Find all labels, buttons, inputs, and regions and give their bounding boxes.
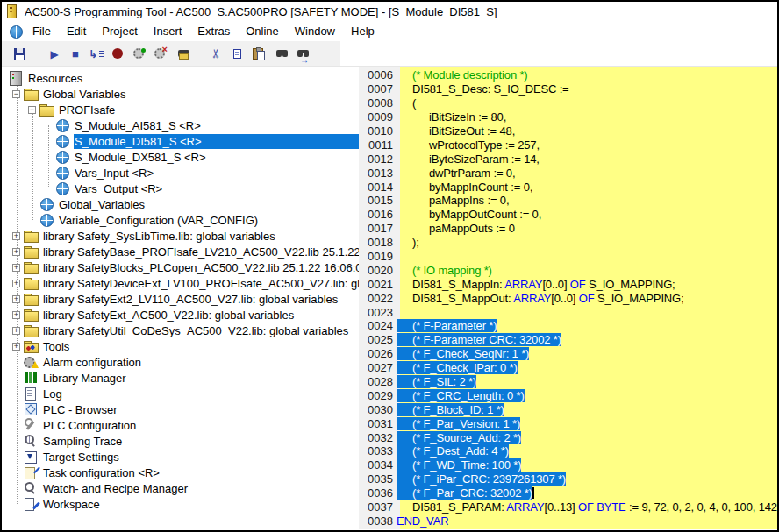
selected-code-text: (* F_Block_ID: 1 *): [397, 403, 504, 416]
child-window-icon[interactable]: [9, 25, 22, 38]
logout-button[interactable]: [149, 44, 170, 63]
tree-item-vars-input-r[interactable]: Vars_Input <R>: [2, 165, 359, 181]
tree-item-s-module-ai581-s-r[interactable]: S_Module_AI581_S <R>: [2, 117, 359, 133]
tree-item-library-safetyext2-lv110-ac500-v27-lib-g[interactable]: +library SafetyExt2_LV110_AC500_V27.lib:…: [2, 291, 359, 307]
expand-icon[interactable]: +: [12, 280, 20, 287]
expand-icon[interactable]: +: [12, 343, 20, 351]
code-line-0016[interactable]: 0016byMappOutCount := 0,: [359, 208, 777, 222]
menu-item-project[interactable]: Project: [102, 25, 137, 38]
code-line-0017[interactable]: 0017paMappOuts := 0: [359, 222, 777, 236]
code-line-0022[interactable]: 0022DI581_S_MappOut: ARRAY[0..0] OF S_IO…: [359, 291, 777, 305]
tree-item-plc-configuration[interactable]: PLC Configuration: [2, 417, 359, 433]
collapse-icon[interactable]: −: [12, 90, 20, 98]
tree-item-library-safety-syslibtime-lib-global-var[interactable]: +library Safety_SysLibTime.lib: global v…: [2, 228, 359, 244]
tree-item-library-safetydeviceext-lv100-profisafe-[interactable]: +library SafetyDeviceExt_LV100_PROFIsafe…: [2, 275, 359, 291]
step-in-button[interactable]: [86, 44, 107, 63]
code-line-0025[interactable]: 0025(* F-Parameter CRC: 32002 *): [359, 333, 777, 347]
copy-button[interactable]: [226, 44, 247, 63]
code-line-0015[interactable]: 0015paMappIns := 0,: [359, 194, 777, 208]
code-line-0035[interactable]: 0035(* F_iPar_CRC: 2397261307 *): [359, 472, 777, 486]
keyword-text: OF: [570, 278, 586, 291]
code-line-0021[interactable]: 0021DI581_S_MappIn: ARRAY[0..0] OF S_IO_…: [359, 277, 777, 291]
tree-item-alarm-configuration[interactable]: Alarm configuration: [2, 354, 359, 370]
code-line-0013[interactable]: 0013dwPtrParam := 0,: [359, 166, 777, 180]
code-token: iByteSizeParam := 14,: [429, 153, 540, 166]
tree-item-global-variables[interactable]: Global_Variables: [2, 196, 359, 212]
tree-item-tools[interactable]: +Tools: [2, 338, 359, 354]
code-line-0029[interactable]: 0029(* F_CRC_Length: 0 *): [359, 388, 777, 402]
tree-item-s-module-di581-s-r[interactable]: S_Module_DI581_S <R>: [2, 133, 359, 149]
tree-item-target-settings[interactable]: Target Settings: [2, 449, 359, 465]
tree-item-global-variables[interactable]: −Global Variables: [2, 86, 359, 102]
code-line-0034[interactable]: 0034(* F_WD_Time: 100 *): [359, 458, 777, 472]
find-next-button[interactable]: [289, 44, 311, 63]
code-line-0014[interactable]: 0014byMappInCount := 0,: [359, 180, 777, 194]
tree-item-s-module-dx581-s-r[interactable]: S_Module_DX581_S <R>: [2, 149, 359, 165]
code-line-0018[interactable]: 0018);: [359, 236, 777, 250]
menu-item-insert[interactable]: Insert: [154, 25, 182, 38]
code-line-0023[interactable]: 0023: [359, 305, 777, 319]
tree-item-watch-and-recipe-manager[interactable]: Watch- and Recipe Manager: [2, 480, 359, 496]
menu-item-online[interactable]: Online: [246, 25, 279, 38]
code-line-0036[interactable]: 0036(* F_Par_CRC: 32002 *): [359, 486, 777, 500]
code-line-0026[interactable]: 0026(* F_Check_SeqNr: 1 *): [359, 347, 777, 361]
line-number: 0028: [359, 375, 397, 388]
stop-button[interactable]: [65, 44, 86, 63]
code-text: (* IO mapping *): [397, 264, 492, 277]
code-line-0007[interactable]: 0007DI581_S_Desc: S_IO_DESC :=: [359, 82, 777, 96]
tree-item-sampling-trace[interactable]: Sampling Trace: [2, 433, 359, 449]
code-line-0019[interactable]: 0019: [359, 250, 777, 264]
paste-button[interactable]: [247, 44, 268, 63]
cut-button[interactable]: [205, 44, 226, 63]
code-line-0033[interactable]: 0033(* F_Dest_Add: 4 *): [359, 444, 777, 458]
code-line-0028[interactable]: 0028(* F_SIL: 2 *): [359, 375, 777, 389]
login-button[interactable]: [128, 44, 149, 63]
menu-item-edit[interactable]: Edit: [67, 25, 86, 38]
tree-item-plc-browser[interactable]: PLC - Browser: [2, 401, 359, 417]
breakpoint-button[interactable]: [107, 44, 128, 63]
code-line-0024[interactable]: 0024(* F-Parameter *): [359, 319, 777, 333]
menu-item-extras[interactable]: Extras: [197, 25, 230, 38]
expand-icon[interactable]: +: [12, 327, 20, 335]
expand-icon[interactable]: +: [12, 232, 20, 240]
menu-item-help[interactable]: Help: [351, 25, 375, 38]
code-line-0012[interactable]: 0012iByteSizeParam := 14,: [359, 152, 777, 166]
code-line-0008[interactable]: 0008(: [359, 96, 777, 110]
code-line-0031[interactable]: 0031(* F_Par_Version: 1 *): [359, 416, 777, 430]
expand-icon[interactable]: +: [12, 295, 20, 303]
target-settings-icon: [24, 450, 39, 464]
tree-item-library-safetyext-ac500-v22-lib-global-v[interactable]: +library SafetyExt_AC500_V22.lib: global…: [2, 307, 359, 323]
expand-icon[interactable]: +: [12, 264, 20, 272]
tree-item-library-manager[interactable]: Library Manager: [2, 370, 359, 386]
code-line-0020[interactable]: 0020(* IO mapping *): [359, 263, 777, 277]
tree-item-profisafe[interactable]: −PROFIsafe: [2, 102, 359, 117]
global-search-button[interactable]: [170, 44, 191, 63]
menu-item-window[interactable]: Window: [295, 25, 335, 38]
save-button[interactable]: [9, 44, 30, 63]
code-line-0009[interactable]: 0009iBitSizeIn := 80,: [359, 110, 777, 124]
code-line-0030[interactable]: 0030(* F_Block_ID: 1 *): [359, 402, 777, 416]
code-line-0006[interactable]: 0006(* Module description *): [359, 68, 777, 82]
code-line-0010[interactable]: 0010iBitSizeOut := 48,: [359, 124, 777, 138]
declaration-editor[interactable]: 0006(* Module description *)0007DI581_S_…: [359, 67, 777, 529]
menu-item-file[interactable]: File: [32, 25, 51, 38]
tree-item-library-safetybase-profisafe-lv210-ac500[interactable]: +library SafetyBase_PROFIsafe_LV210_AC50…: [2, 244, 359, 259]
tree-item-log[interactable]: Log: [2, 386, 359, 401]
tree-item-resources[interactable]: Resources: [2, 70, 359, 86]
expand-icon[interactable]: +: [12, 248, 20, 256]
code-line-0037[interactable]: 0037DI581_S_PARAM: ARRAY[0..13] OF BYTE …: [359, 500, 777, 514]
find-button[interactable]: [268, 44, 289, 63]
tree-item-workspace[interactable]: Workspace: [2, 496, 359, 512]
tree-item-library-safetyblocks-plcopen-ac500-v22-l[interactable]: +library SafetyBlocks_PLCopen_AC500_V22.…: [2, 259, 359, 275]
run-button[interactable]: [44, 44, 65, 63]
code-line-0038[interactable]: 0038END_VAR: [359, 514, 777, 528]
tree-item-library-safetyutil-codesys-ac500-v22-lib[interactable]: +library SafetyUtil_CoDeSys_AC500_V22.li…: [2, 323, 359, 338]
code-line-0027[interactable]: 0027(* F_Check_iPar: 0 *): [359, 361, 777, 375]
expand-icon[interactable]: +: [12, 311, 20, 319]
tree-item-variable-configuration-var-config[interactable]: Variable_Configuration (VAR_CONFIG): [2, 212, 359, 228]
tree-item-task-configuration-r[interactable]: Task configuration <R>: [2, 465, 359, 480]
tree-item-vars-output-r[interactable]: Vars_Output <R>: [2, 181, 359, 196]
collapse-icon[interactable]: −: [28, 106, 36, 114]
code-line-0032[interactable]: 0032(* F_Source_Add: 2 *): [359, 430, 777, 444]
code-line-0011[interactable]: 0011wProtocolType := 257,: [359, 138, 777, 152]
